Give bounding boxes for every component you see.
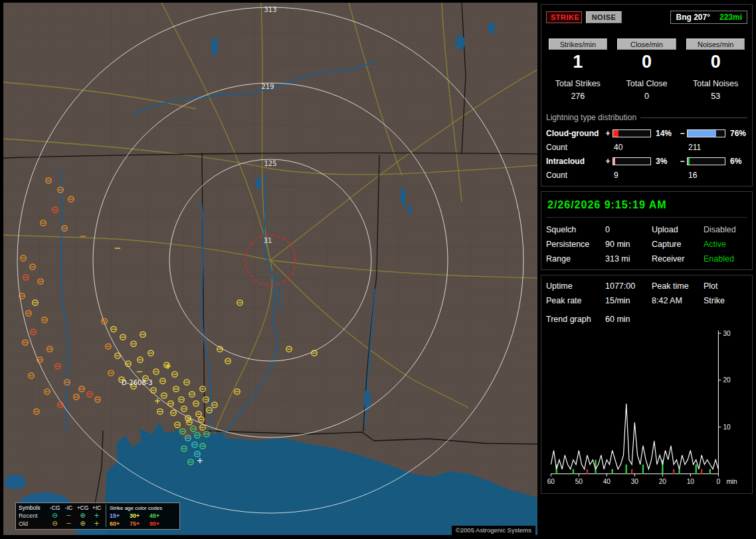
cg-plus-bar-fill xyxy=(613,130,618,137)
ic-minus-count: 16 xyxy=(687,171,727,180)
squelch-label: Squelch xyxy=(546,225,605,234)
range-label-31: 31 xyxy=(264,237,272,244)
trend-graph-window: 60 min xyxy=(605,315,652,324)
strike-stats-section: STRIKE NOISE Bng 207° 223mi Strikes/min … xyxy=(541,4,753,187)
datetime-display: 2/26/2026 9:15:19 AM xyxy=(546,198,747,218)
upload-label: Upload xyxy=(652,225,704,234)
lightning-map[interactable]: 313 219 125 31 D-2608-3 Symbols -CG -IC … xyxy=(3,3,537,535)
legend-symbols-table: Symbols -CG -IC +CG +IC Recent ⊖ − ⊕ + O… xyxy=(19,504,104,527)
cg-plus-percent: 14% xyxy=(652,129,678,138)
cg-plus-count: 40 xyxy=(613,143,652,152)
uptime-grid: Uptime 1077:00 Peak time Plot Peak rate … xyxy=(546,281,747,305)
ic-plus-percent: 3% xyxy=(652,157,678,166)
noises-per-min-button[interactable]: Noises/min xyxy=(686,38,745,50)
cg-plus-bar xyxy=(613,129,651,137)
total-close-label: Total Close xyxy=(615,79,679,88)
settings-grid: Squelch 0 Upload Disabled Persistence 90… xyxy=(546,225,747,264)
mode-row: STRIKE NOISE Bng 207° 223mi xyxy=(546,11,747,24)
trend-section: Uptime 1077:00 Peak time Plot Peak rate … xyxy=(541,275,753,494)
cg-neg-recent-icon: ⊖ xyxy=(48,512,62,519)
capture-label: Capture xyxy=(652,240,704,249)
distribution-heading: Lightning type distribution xyxy=(546,113,747,122)
status-section: 2/26/2026 9:15:19 AM Squelch 0 Upload Di… xyxy=(541,191,753,270)
plot-label: Plot xyxy=(704,281,747,291)
plus-sign: + xyxy=(603,157,613,166)
bearing-display[interactable]: Bng 207° 223mi xyxy=(670,11,747,24)
ic-minus-percent: 6% xyxy=(727,157,749,166)
legend-col-ic-pos: +IC xyxy=(90,504,104,511)
side-panel: STRIKE NOISE Bng 207° 223mi Strikes/min … xyxy=(541,4,753,499)
cg-minus-bar xyxy=(687,129,725,137)
y-tick-label: 10 xyxy=(723,424,731,431)
ic-plus-bar-fill xyxy=(613,158,615,165)
copyright-notice: ©2005 Astrogenic Systems xyxy=(452,526,535,535)
minus-sign: − xyxy=(678,129,687,138)
ic-minus-bar-fill xyxy=(688,158,690,165)
minus-sign: − xyxy=(678,157,687,166)
range-value: 313 mi xyxy=(605,254,652,264)
noise-bar xyxy=(612,469,613,474)
squelch-value: 0 xyxy=(605,225,652,234)
cloud-ground-label: Cloud-ground xyxy=(546,129,603,138)
cg-pos-recent-icon: ⊕ xyxy=(76,512,90,519)
trend-chart: 6050403020100min102030 xyxy=(546,327,749,487)
distribution-grid: Cloud-ground + 14% − 76% Count 40 211 In… xyxy=(546,129,747,180)
plus-sign: + xyxy=(603,129,613,138)
cg-minus-count: 211 xyxy=(687,143,727,152)
cg-count-label: Count xyxy=(546,143,603,152)
ic-plus-count: 9 xyxy=(613,171,652,180)
ic-neg-recent-icon: − xyxy=(62,512,76,519)
strike-button[interactable]: STRIKE xyxy=(546,11,582,23)
map-base-svg: 313 219 125 31 D-2608-3 xyxy=(3,3,537,535)
x-tick-label: 30 xyxy=(631,478,639,485)
close-per-min-value: 0 xyxy=(615,51,679,72)
close-per-min-button[interactable]: Close/min xyxy=(617,38,676,50)
legend-symbols-header: Symbols xyxy=(19,504,48,511)
noise-bar xyxy=(642,465,644,474)
upload-status: Disabled xyxy=(704,225,747,234)
strike-rate-line xyxy=(551,404,718,469)
peak-rate-label: Peak rate xyxy=(546,296,605,305)
noises-per-min-value: 0 xyxy=(684,51,747,72)
uptime-label: Uptime xyxy=(546,281,605,291)
noise-bar xyxy=(626,465,627,474)
strikes-per-min-value: 1 xyxy=(546,51,610,72)
uptime-value: 1077:00 xyxy=(605,281,652,291)
ic-neg-old-icon: − xyxy=(62,520,76,527)
peak-time-label: Peak time xyxy=(652,281,704,291)
noise-bar xyxy=(709,469,711,474)
close-bar xyxy=(701,469,702,474)
age-code-15: 15+ xyxy=(110,512,130,519)
noise-bar xyxy=(573,469,574,474)
range-label-219: 219 xyxy=(261,83,274,90)
ic-plus-bar xyxy=(613,157,651,165)
noise-button[interactable]: NOISE xyxy=(586,11,622,23)
receiver-status: Enabled xyxy=(704,254,747,264)
station-label: D-2608-3 xyxy=(122,379,153,386)
rates-grid: Strikes/min Close/min Noises/min 1 0 0 T… xyxy=(546,38,747,101)
total-strikes-value: 276 xyxy=(546,92,610,101)
range-label: Range xyxy=(546,254,605,264)
noise-bar xyxy=(696,465,697,474)
cg-pos-old-icon: ⊕ xyxy=(76,520,90,527)
strikes-per-min-button[interactable]: Strikes/min xyxy=(549,38,607,50)
x-tick-label: 40 xyxy=(603,478,611,485)
legend-col-cg-neg: -CG xyxy=(48,504,62,511)
legend-age-title: Strike age color codes xyxy=(110,505,169,511)
ic-count-label: Count xyxy=(546,171,603,180)
receiver-label: Receiver xyxy=(652,254,704,264)
peak-time-value: 8:42 AM xyxy=(652,296,704,305)
total-noises-value: 53 xyxy=(684,92,747,101)
x-axis-unit: min xyxy=(726,478,737,485)
capture-status: Active xyxy=(704,240,747,249)
ic-pos-old-icon: + xyxy=(90,520,104,527)
peak-rate-value: 15/min xyxy=(605,296,652,305)
close-bar xyxy=(587,469,588,474)
heading-rule xyxy=(640,117,747,118)
noise-bar xyxy=(678,469,680,474)
x-tick-label: 0 xyxy=(717,478,721,485)
bearing-label: Bng 207° xyxy=(676,13,709,22)
persistence-label: Persistence xyxy=(546,240,605,249)
age-code-30: 30+ xyxy=(130,512,149,519)
total-strikes-label: Total Strikes xyxy=(546,79,610,88)
